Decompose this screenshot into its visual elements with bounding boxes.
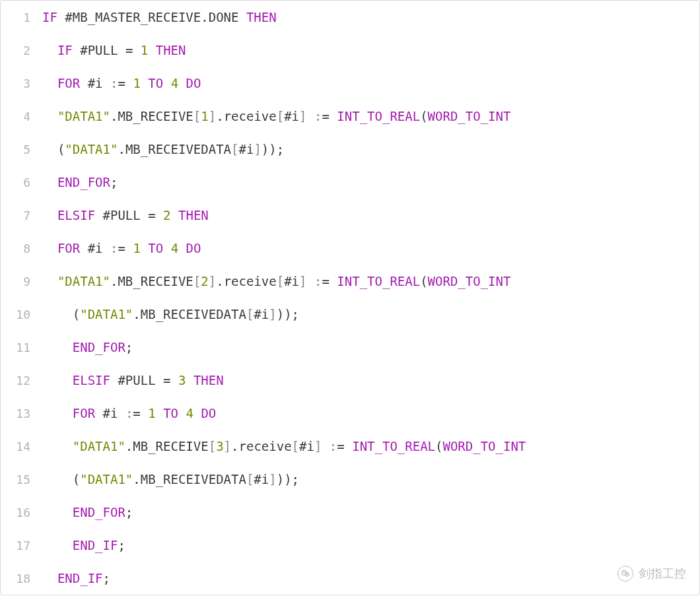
code-content: END_IF; <box>42 538 125 552</box>
code-content: "DATA1".MB_RECEIVE[3].receive[#i] := INT… <box>42 439 526 453</box>
line-number: 18 <box>1 572 42 585</box>
line-number: 6 <box>1 176 42 189</box>
watermark-text: 剑指工控 <box>639 566 686 582</box>
code-content: END_IF; <box>42 571 110 585</box>
line-number: 9 <box>1 275 42 288</box>
line-number: 8 <box>1 242 42 255</box>
watermark: 剑指工控 <box>617 566 686 582</box>
svg-point-4 <box>626 574 627 574</box>
code-lines: 1IF #MB_MASTER_RECEIVE.DONE THEN2 IF #PU… <box>1 1 699 595</box>
line-number: 1 <box>1 11 42 24</box>
code-line: 6 END_FOR; <box>1 166 699 199</box>
line-number: 10 <box>1 308 42 321</box>
line-number: 16 <box>1 506 42 519</box>
code-line: 4 "DATA1".MB_RECEIVE[1].receive[#i] := I… <box>1 100 699 133</box>
line-number: 17 <box>1 539 42 552</box>
code-line: 13 FOR #i := 1 TO 4 DO <box>1 397 699 430</box>
code-content: FOR #i := 1 TO 4 DO <box>42 406 216 420</box>
code-line: 3 FOR #i := 1 TO 4 DO <box>1 67 699 100</box>
code-line: 7 ELSIF #PULL = 2 THEN <box>1 199 699 232</box>
code-content: END_FOR; <box>42 340 133 354</box>
svg-point-5 <box>627 574 628 574</box>
code-line: 8 FOR #i := 1 TO 4 DO <box>1 232 699 265</box>
code-line: 16 END_FOR; <box>1 496 699 529</box>
code-content: ("DATA1".MB_RECEIVEDATA[#i])); <box>42 307 299 321</box>
code-content: ELSIF #PULL = 2 THEN <box>42 208 209 222</box>
code-content: ELSIF #PULL = 3 THEN <box>42 373 224 387</box>
code-line: 2 IF #PULL = 1 THEN <box>1 34 699 67</box>
code-line: 17 END_IF; <box>1 529 699 562</box>
line-number: 2 <box>1 44 42 57</box>
code-line: 9 "DATA1".MB_RECEIVE[2].receive[#i] := I… <box>1 265 699 298</box>
code-content: FOR #i := 1 TO 4 DO <box>42 241 201 255</box>
line-number: 14 <box>1 440 42 453</box>
wechat-icon <box>617 566 633 582</box>
line-number: 15 <box>1 473 42 486</box>
line-number: 3 <box>1 77 42 90</box>
line-number: 13 <box>1 407 42 420</box>
code-content: "DATA1".MB_RECEIVE[2].receive[#i] := INT… <box>42 274 510 288</box>
code-content: ("DATA1".MB_RECEIVEDATA[#i])); <box>42 142 284 156</box>
code-line: 12 ELSIF #PULL = 3 THEN <box>1 364 699 397</box>
code-line: 1IF #MB_MASTER_RECEIVE.DONE THEN <box>1 1 699 34</box>
code-content: END_FOR; <box>42 505 133 519</box>
code-line: 5 ("DATA1".MB_RECEIVEDATA[#i])); <box>1 133 699 166</box>
code-line: 11 END_FOR; <box>1 331 699 364</box>
svg-point-2 <box>623 572 623 572</box>
line-number: 7 <box>1 209 42 222</box>
code-line: 18 END_IF; <box>1 562 699 595</box>
line-number: 11 <box>1 341 42 354</box>
code-content: IF #PULL = 1 THEN <box>42 43 186 57</box>
code-line: 15 ("DATA1".MB_RECEIVEDATA[#i])); <box>1 463 699 496</box>
code-content: "DATA1".MB_RECEIVE[1].receive[#i] := INT… <box>42 109 510 123</box>
line-number: 12 <box>1 374 42 387</box>
line-number: 5 <box>1 143 42 156</box>
line-number: 4 <box>1 110 42 123</box>
code-content: IF #MB_MASTER_RECEIVE.DONE THEN <box>42 10 277 24</box>
svg-point-3 <box>625 572 625 572</box>
code-content: END_FOR; <box>42 175 118 189</box>
code-line: 14 "DATA1".MB_RECEIVE[3].receive[#i] := … <box>1 430 699 463</box>
code-content: ("DATA1".MB_RECEIVEDATA[#i])); <box>42 472 299 486</box>
code-content: FOR #i := 1 TO 4 DO <box>42 76 201 90</box>
code-block: 1IF #MB_MASTER_RECEIVE.DONE THEN2 IF #PU… <box>0 0 700 595</box>
code-line: 10 ("DATA1".MB_RECEIVEDATA[#i])); <box>1 298 699 331</box>
